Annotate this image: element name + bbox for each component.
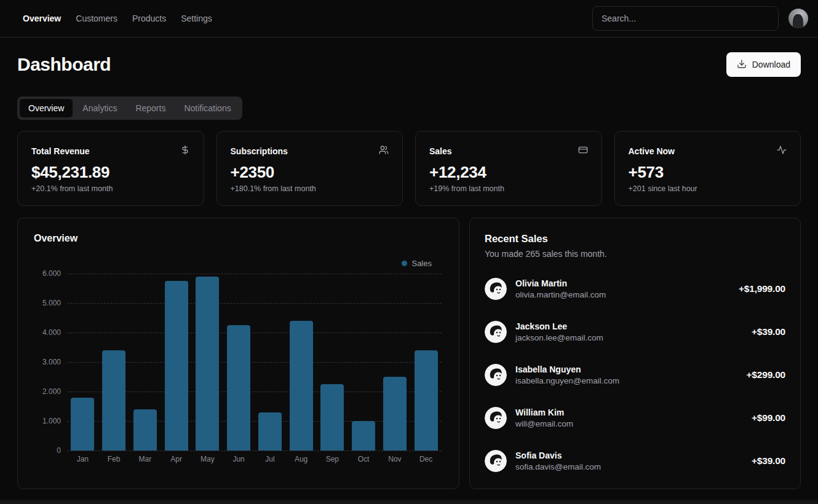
stat-change: +201 since last hour: [629, 184, 787, 193]
customer-email: sofia.davis@email.com: [515, 462, 601, 471]
gridline: [67, 451, 442, 451]
customer-avatar: [485, 407, 507, 429]
stat-change: +180.1% from last month: [231, 184, 389, 193]
bar-sep[interactable]: [320, 384, 344, 451]
dashboard-tabs: OverviewAnalyticsReportsNotifications: [17, 96, 242, 120]
bar-slot: [130, 274, 161, 451]
legend-dot-icon: [402, 261, 407, 266]
y-axis-tick: 1.000: [42, 417, 67, 425]
download-button[interactable]: Download: [726, 52, 801, 77]
x-axis-label: Apr: [161, 455, 192, 463]
customer-email: jackson.lee@email.com: [515, 333, 603, 342]
x-axis-label: Mar: [130, 455, 161, 463]
bar-slot: [317, 274, 348, 451]
y-axis-tick: 4.000: [42, 328, 67, 337]
stat-value: +573: [629, 163, 787, 182]
user-avatar[interactable]: [788, 9, 808, 28]
customer-avatar: [485, 450, 507, 472]
chart-legend: Sales: [33, 258, 432, 269]
x-axis-label: Nov: [379, 455, 411, 463]
y-axis-tick: 6.000: [42, 269, 67, 278]
search-input[interactable]: [592, 6, 779, 31]
main-nav: OverviewCustomersProductsSettings: [23, 14, 212, 23]
bar-oct[interactable]: [352, 421, 375, 451]
sale-amount: +$99.00: [752, 412, 785, 423]
recent-sales-list: Olivia Martinolivia.martin@email.com+$1,…: [485, 275, 785, 475]
customer-name: Sofia Davis: [515, 451, 601, 460]
bar-feb[interactable]: [102, 350, 125, 451]
stat-change: +19% from last month: [429, 184, 588, 193]
bar-nov[interactable]: [383, 377, 407, 451]
customer-name: Olivia Martin: [515, 278, 606, 288]
sale-amount: +$39.00: [752, 326, 785, 337]
bottom-edge: [0, 500, 818, 504]
bar-jun[interactable]: [227, 325, 250, 451]
stat-title: Active Now: [629, 146, 675, 156]
legend-label: Sales: [411, 259, 432, 268]
y-axis-tick: 2.000: [42, 387, 67, 396]
stat-title: Subscriptions: [231, 146, 288, 156]
customer-info: Olivia Martinolivia.martin@email.com: [515, 278, 606, 299]
customer-info: Isabella Nguyenisabella.nguyen@email.com: [515, 364, 619, 385]
dashboard-main: Dashboard Download OverviewAnalyticsRepo…: [0, 37, 818, 504]
tab-notifications[interactable]: Notifications: [175, 99, 239, 117]
customer-info: William Kimwill@email.com: [515, 408, 573, 428]
nav-item-products[interactable]: Products: [132, 14, 166, 23]
bar-series: [67, 274, 442, 451]
stat-value: +2350: [231, 163, 389, 182]
bar-slot: [285, 274, 317, 451]
dollar-sign-icon: [180, 145, 190, 157]
credit-card-icon: [578, 145, 588, 157]
sale-amount: +$39.00: [752, 455, 785, 467]
bar-slot: [379, 274, 411, 451]
sale-row[interactable]: William Kimwill@email.com+$99.00: [485, 404, 785, 432]
sale-amount: +$1,999.00: [739, 283, 785, 294]
x-axis-label: Oct: [348, 455, 379, 463]
sale-row[interactable]: Olivia Martinolivia.martin@email.com+$1,…: [485, 275, 785, 303]
tab-reports[interactable]: Reports: [127, 99, 174, 117]
y-axis-tick: 3.000: [42, 358, 67, 366]
customer-info: Jackson Leejackson.lee@email.com: [515, 321, 603, 342]
bar-apr[interactable]: [165, 281, 188, 451]
stat-card-total-revenue: Total Revenue$45,231.89+20.1% from last …: [17, 131, 204, 206]
nav-item-settings[interactable]: Settings: [181, 14, 212, 23]
stat-value: +12,234: [429, 163, 588, 182]
stat-value: $45,231.89: [31, 163, 190, 182]
bar-slot: [161, 274, 192, 451]
bar-slot: [223, 274, 255, 451]
bar-aug[interactable]: [290, 321, 313, 451]
sale-row[interactable]: Sofia Davissofia.davis@email.com+$39.00: [485, 447, 785, 475]
download-button-label: Download: [752, 60, 790, 69]
customer-info: Sofia Davissofia.davis@email.com: [515, 451, 601, 471]
overview-chart-card: Overview Sales 01.0002.0003.0004.0005.00…: [17, 218, 459, 489]
x-axis-label: Sep: [317, 455, 348, 463]
nav-item-overview[interactable]: Overview: [23, 14, 61, 23]
nav-item-customers[interactable]: Customers: [76, 14, 117, 23]
bar-mar[interactable]: [133, 409, 157, 451]
sale-row[interactable]: Isabella Nguyenisabella.nguyen@email.com…: [485, 361, 785, 389]
bar-slot: [348, 274, 379, 451]
stat-card-sales: Sales+12,234+19% from last month: [415, 131, 602, 206]
y-axis-tick: 0: [57, 446, 67, 455]
x-axis-labels: JanFebMarAprMayJunJulAugSepOctNovDec: [67, 455, 442, 463]
bar-may[interactable]: [196, 277, 219, 451]
bar-jan[interactable]: [71, 398, 94, 451]
tab-analytics[interactable]: Analytics: [74, 99, 125, 117]
y-axis-tick: 5.000: [42, 299, 67, 307]
bar-jul[interactable]: [258, 412, 282, 451]
recent-sales-subtitle: You made 265 sales this month.: [485, 249, 785, 259]
stat-cards-row: Total Revenue$45,231.89+20.1% from last …: [17, 131, 801, 206]
page-title: Dashboard: [17, 54, 111, 75]
customer-avatar: [485, 364, 507, 386]
tab-overview[interactable]: Overview: [20, 99, 73, 117]
customer-email: olivia.martin@email.com: [515, 290, 606, 299]
customer-name: Isabella Nguyen: [515, 364, 619, 374]
bar-dec[interactable]: [415, 350, 438, 451]
sale-amount: +$299.00: [747, 369, 785, 380]
sale-row[interactable]: Jackson Leejackson.lee@email.com+$39.00: [485, 318, 785, 346]
customer-email: will@email.com: [515, 419, 573, 428]
bar-slot: [67, 274, 98, 451]
customer-email: isabella.nguyen@email.com: [515, 376, 619, 385]
customer-avatar: [485, 321, 507, 343]
stat-card-subscriptions: Subscriptions+2350+180.1% from last mont…: [216, 131, 403, 206]
